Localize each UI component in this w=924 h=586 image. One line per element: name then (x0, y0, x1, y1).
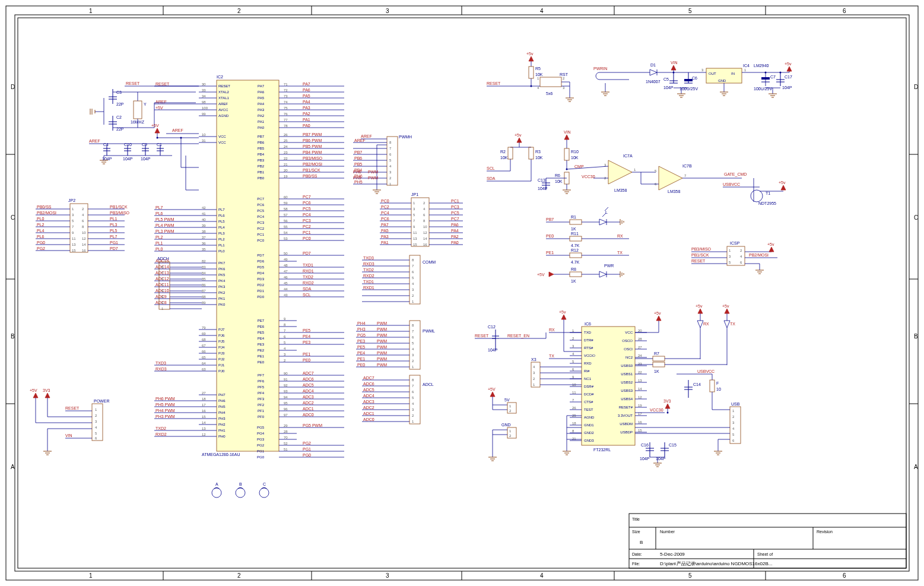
svg-text:USBS1: USBS1 (621, 372, 633, 376)
svg-rect-933 (570, 236, 582, 241)
svg-text:RXD2: RXD2 (303, 281, 314, 285)
svg-text:PWM: PWM (377, 351, 387, 355)
svg-text:23: 23 (638, 362, 642, 366)
svg-text:4: 4 (540, 572, 544, 579)
svg-text:25: 25 (284, 139, 288, 142)
svg-text:PWMH: PWMH (399, 135, 412, 139)
svg-text:27: 27 (638, 346, 642, 349)
svg-text:10: 10 (423, 225, 427, 229)
svg-text:VCC: VCC (218, 141, 226, 144)
svg-text:PF1: PF1 (258, 409, 265, 413)
svg-text:PWM: PWM (377, 363, 387, 367)
svg-text:83: 83 (202, 265, 206, 269)
svg-text:24: 24 (284, 145, 288, 148)
svg-text:5: 5 (572, 360, 574, 363)
svg-text:4: 4 (540, 8, 544, 14)
svg-text:PK2: PK2 (218, 291, 226, 294)
svg-text:4: 4 (389, 164, 392, 168)
svg-text:PWM: PWM (368, 176, 378, 180)
svg-text:RXD: RXD (584, 362, 592, 365)
svg-text:2: 2 (237, 8, 241, 14)
svg-text:49: 49 (284, 258, 288, 261)
svg-text:PL7: PL7 (155, 205, 163, 210)
svg-text:ADC2: ADC2 (303, 401, 314, 405)
svg-text:30: 30 (202, 83, 206, 86)
svg-text:GND3: GND3 (584, 439, 594, 442)
svg-text:SCL: SCL (487, 166, 495, 170)
svg-text:PE2: PE2 (258, 349, 265, 352)
svg-text:RESET: RESET (126, 81, 140, 85)
svg-text:2: 2 (509, 434, 512, 438)
svg-text:PG1: PG1 (110, 240, 118, 245)
svg-text:36: 36 (202, 242, 206, 245)
svg-text:51: 51 (284, 448, 288, 451)
svg-text:86: 86 (202, 283, 206, 287)
svg-text:LM2940: LM2940 (754, 64, 769, 68)
svg-text:FT232RL: FT232RL (593, 448, 611, 452)
svg-text:PH5: PH5 (218, 405, 226, 408)
svg-text:OSCI: OSCI (624, 347, 633, 351)
svg-text:USBVCC: USBVCC (723, 182, 740, 186)
svg-text:17: 17 (202, 403, 206, 407)
svg-text:7: 7 (412, 330, 414, 333)
svg-text:R1: R1 (571, 215, 576, 219)
svg-text:+5v: +5v (785, 62, 792, 66)
svg-text:C3: C3 (116, 90, 122, 94)
svg-rect-2 (18, 18, 906, 568)
svg-rect-728 (409, 321, 420, 369)
svg-text:OSCO: OSCO (622, 339, 633, 343)
svg-text:78: 78 (284, 124, 288, 128)
svg-text:RESET: RESET (218, 84, 230, 88)
svg-text:PA2: PA2 (258, 114, 265, 118)
svg-text:PJ1: PJ1 (218, 363, 225, 367)
svg-text:PL1: PL1 (155, 241, 163, 245)
svg-text:60: 60 (284, 195, 288, 199)
svg-text:15: 15 (638, 429, 642, 432)
svg-text:PE5: PE5 (258, 331, 265, 334)
svg-text:3: 3 (413, 207, 415, 211)
svg-text:5: 5 (655, 169, 657, 173)
svg-text:R12: R12 (571, 248, 579, 252)
svg-text:84: 84 (202, 271, 206, 275)
test-points: A B C (212, 482, 269, 498)
svg-text:59: 59 (284, 201, 288, 205)
svg-text:PWM: PWM (377, 357, 387, 361)
svg-text:16: 16 (202, 409, 206, 413)
svg-text:GND2: GND2 (584, 431, 594, 435)
svg-text:9: 9 (284, 317, 286, 321)
svg-text:+5v: +5v (526, 52, 534, 56)
svg-text:9: 9 (72, 231, 74, 235)
svg-text:Date:: Date: (632, 552, 642, 556)
svg-text:PB1/SCK: PB1/SCK (691, 253, 709, 257)
svg-text:C: C (11, 214, 15, 221)
svg-text:RESET: RESET (475, 334, 489, 338)
svg-text:PE0: PE0 (546, 234, 554, 238)
svg-text:42: 42 (202, 206, 206, 210)
svg-text:45: 45 (284, 281, 288, 285)
svg-text:D: D (11, 84, 15, 90)
svg-text:63: 63 (202, 368, 206, 371)
svg-text:PB7  PWM: PB7 PWM (303, 132, 322, 137)
svg-text:AREF: AREF (361, 134, 372, 138)
svg-text:AREF: AREF (89, 139, 100, 143)
svg-text:19: 19 (284, 175, 288, 178)
svg-text:IC7A: IC7A (623, 154, 633, 158)
svg-text:VIN: VIN (671, 61, 678, 65)
svg-text:PF0: PF0 (258, 415, 265, 419)
svg-text:PL4: PL4 (218, 226, 225, 229)
svg-text:PK4: PK4 (218, 279, 226, 283)
svg-text:PC5: PC5 (451, 211, 459, 215)
svg-text:PE0: PE0 (357, 363, 365, 367)
svg-rect-817 (508, 147, 513, 159)
svg-text:65: 65 (202, 356, 206, 359)
svg-text:PE4: PE4 (258, 337, 265, 340)
svg-text:12: 12 (638, 395, 642, 399)
svg-text:USBDM: USBDM (620, 422, 633, 426)
svg-text:PB5: PB5 (258, 147, 265, 150)
svg-text:14: 14 (423, 237, 427, 240)
svg-text:PB2/MOSI: PB2/MOSI (37, 211, 56, 215)
svg-text:18: 18 (572, 422, 576, 425)
svg-text:31: 31 (202, 139, 206, 142)
svg-text:104P: 104P (123, 157, 133, 161)
svg-text:2: 2 (389, 176, 392, 180)
